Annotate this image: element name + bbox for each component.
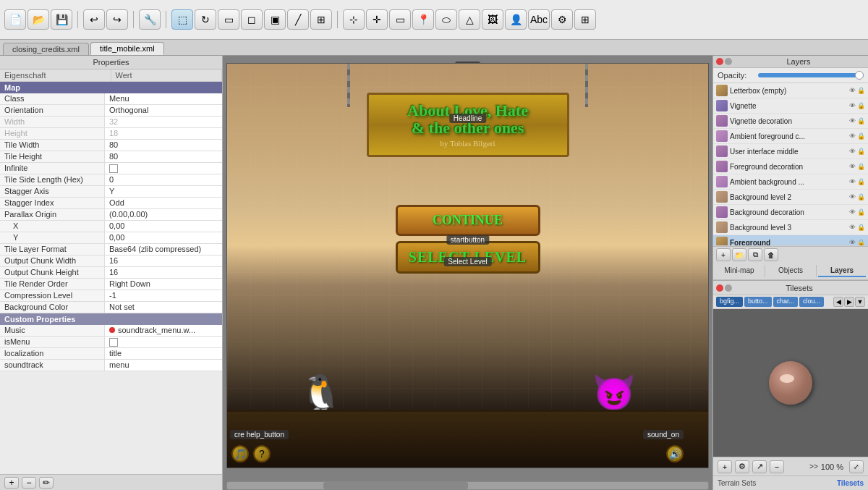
- layer-ui-middle[interactable]: User interface middle 👁 🔒: [713, 144, 868, 159]
- layer-fg-deco[interactable]: Foreground decoration 👁 🔒: [713, 159, 868, 174]
- zoom-expand-btn[interactable]: ⤢: [849, 460, 864, 473]
- eye-icon-5[interactable]: 👁: [849, 163, 856, 170]
- layers-min-btn[interactable]: [725, 58, 732, 65]
- tab-layers[interactable]: Layers: [818, 265, 866, 277]
- ismenu-checkbox[interactable]: [109, 338, 118, 347]
- help-button-label[interactable]: cre help_button: [230, 430, 289, 439]
- layer-vignette-deco[interactable]: Vignette decoration 👁 🔒: [713, 114, 868, 129]
- layer-vignette[interactable]: Vignette 👁 🔒: [713, 98, 868, 114]
- layer-folder-btn[interactable]: 📁: [732, 248, 746, 261]
- eye-icon-0[interactable]: 👁: [849, 87, 856, 94]
- headline-label[interactable]: Headline: [449, 114, 486, 123]
- stamp-tool[interactable]: ⊞: [310, 9, 332, 30]
- rect-tool[interactable]: ▭: [218, 9, 239, 30]
- tab-closing-credits[interactable]: closing_credits.xml: [3, 43, 89, 55]
- tileset-nav-next[interactable]: ▶: [844, 297, 854, 307]
- tileset-tab-char[interactable]: char...: [773, 297, 799, 307]
- layer-bg-deco[interactable]: Background decoration 👁 🔒: [713, 205, 868, 220]
- cursor-tool[interactable]: ⊹: [343, 9, 365, 30]
- layer-dup-btn[interactable]: ⧉: [748, 248, 762, 261]
- layer-letterbox[interactable]: Letterbox (empty) 👁 🔒: [713, 83, 868, 98]
- layer-bg-level3[interactable]: Background level 3 👁 🔒: [713, 220, 868, 235]
- move-tool[interactable]: ✛: [366, 9, 388, 30]
- lock-icon-9[interactable]: 🔒: [857, 224, 865, 231]
- sound-button[interactable]: 🔊: [666, 445, 684, 462]
- eye-icon-10[interactable]: 👁: [849, 239, 856, 246]
- startbutton-label[interactable]: startbutton: [446, 235, 489, 245]
- layer-ambient-fg[interactable]: Ambient foreground c... 👁 🔒: [713, 129, 868, 144]
- line-tool[interactable]: ╱: [287, 9, 309, 30]
- display-tool[interactable]: ▭: [389, 9, 411, 30]
- props-add-button[interactable]: +: [4, 477, 19, 489]
- eye-icon-7[interactable]: 👁: [849, 193, 856, 200]
- layer-bg-level2[interactable]: Background level 2 👁 🔒: [713, 190, 868, 205]
- lock-icon-8[interactable]: 🔒: [857, 208, 865, 216]
- image-tool[interactable]: 🖼: [482, 9, 503, 30]
- tiled-tool[interactable]: ⊞: [574, 9, 596, 30]
- tab-minimap[interactable]: Mini-map: [715, 265, 763, 277]
- person-tool[interactable]: 👤: [505, 9, 527, 30]
- layer-add-btn[interactable]: +: [716, 248, 731, 261]
- tileset-nav-menu[interactable]: ▼: [855, 297, 865, 307]
- eye-icon-3[interactable]: 👁: [849, 132, 856, 140]
- props-remove-button[interactable]: −: [22, 477, 36, 489]
- tileset-export-btn[interactable]: ↗: [752, 460, 767, 473]
- triangle-tool[interactable]: △: [459, 9, 480, 30]
- eye-icon-4[interactable]: 👁: [849, 148, 856, 155]
- tab-objects[interactable]: Objects: [767, 265, 814, 277]
- lock-icon-6[interactable]: 🔒: [857, 178, 865, 185]
- infinite-checkbox[interactable]: [109, 164, 118, 173]
- layer-ambient-bg[interactable]: Ambient background ... 👁 🔒: [713, 174, 868, 190]
- transform-tool[interactable]: ↻: [195, 9, 216, 30]
- lock-icon-10[interactable]: 🔒: [857, 239, 865, 246]
- tileset-del-btn[interactable]: −: [770, 460, 784, 473]
- undo-button[interactable]: ↩: [83, 9, 105, 30]
- lock-icon-5[interactable]: 🔒: [857, 163, 865, 170]
- plugin-tool[interactable]: ⚙: [551, 9, 573, 30]
- terrain-sets-label[interactable]: Terrain Sets: [718, 479, 756, 487]
- layer-del-btn[interactable]: 🗑: [764, 248, 778, 261]
- lock-icon-7[interactable]: 🔒: [857, 193, 865, 200]
- fill-tool[interactable]: ▣: [264, 9, 286, 30]
- tileset-tab-clou[interactable]: clou...: [799, 297, 824, 307]
- ellipse-tool[interactable]: ⬭: [435, 9, 457, 30]
- tileset-settings-btn[interactable]: ⚙: [735, 460, 749, 473]
- save-button[interactable]: 💾: [51, 9, 72, 30]
- sound-on-label[interactable]: sound_on: [643, 430, 684, 439]
- text-tool[interactable]: Abc: [528, 9, 550, 30]
- pin-tool[interactable]: 📍: [412, 9, 434, 30]
- select-tool[interactable]: ⬚: [171, 9, 193, 30]
- tilesets-close-btn[interactable]: [716, 284, 723, 292]
- tab-title-mobile[interactable]: title_mobile.xml: [90, 42, 164, 55]
- lock-icon-3[interactable]: 🔒: [857, 132, 865, 140]
- tileset-tab-bgfig[interactable]: bgfig...: [716, 297, 743, 307]
- eye-icon-9[interactable]: 👁: [849, 224, 856, 231]
- canvas-scrollbar-h[interactable]: [226, 481, 709, 490]
- lock-icon-0[interactable]: 🔒: [857, 87, 865, 94]
- selectlevel-label[interactable]: Select Level: [443, 257, 491, 266]
- layer-foreground[interactable]: Foreground 👁 🔒: [713, 235, 868, 246]
- new-button[interactable]: 📄: [4, 9, 26, 30]
- continue-button[interactable]: CONTINUE: [396, 205, 540, 236]
- tileset-zoom-arrows[interactable]: >>: [809, 462, 818, 470]
- eraser-tool[interactable]: ◻: [241, 9, 263, 30]
- opacity-slider[interactable]: [758, 73, 864, 77]
- music-button[interactable]: 🎵: [231, 445, 249, 462]
- eye-icon-6[interactable]: 👁: [849, 178, 856, 185]
- help-button[interactable]: ?: [253, 445, 271, 462]
- tilesets-label[interactable]: Tilesets: [837, 479, 864, 487]
- layers-close-btn[interactable]: [716, 58, 723, 65]
- props-edit-button[interactable]: ✏: [39, 477, 54, 489]
- tileset-nav-prev[interactable]: ◀: [833, 297, 843, 307]
- eye-icon-1[interactable]: 👁: [849, 102, 856, 109]
- lock-icon-2[interactable]: 🔒: [857, 117, 865, 124]
- eye-icon-2[interactable]: 👁: [849, 117, 856, 124]
- redo-button[interactable]: ↪: [106, 9, 128, 30]
- lock-icon-1[interactable]: 🔒: [857, 102, 865, 109]
- open-button[interactable]: 📂: [27, 9, 49, 30]
- tileset-add-btn[interactable]: +: [718, 460, 732, 473]
- lock-icon-4[interactable]: 🔒: [857, 148, 865, 155]
- tileset-tab-butto[interactable]: butto...: [744, 297, 772, 307]
- stamp-button[interactable]: 🔧: [139, 9, 161, 30]
- eye-icon-8[interactable]: 👁: [849, 208, 856, 216]
